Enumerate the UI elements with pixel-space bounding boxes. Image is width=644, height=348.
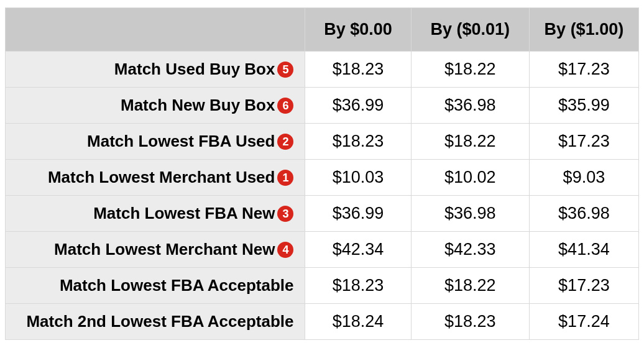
price-cell: $17.23 — [529, 52, 638, 88]
price-cell: $18.22 — [411, 52, 529, 88]
row-label-text: Match Lowest Merchant New — [54, 240, 275, 259]
table-row: Match Lowest Merchant Used 1 $10.03 $10.… — [6, 160, 639, 196]
pricing-match-table: By $0.00 By ($0.01) By ($1.00) Match Use… — [5, 7, 639, 340]
row-label: Match Lowest FBA Used 2 — [6, 124, 305, 160]
header-col-3: By ($1.00) — [529, 8, 638, 52]
number-badge-icon: 1 — [277, 170, 293, 186]
row-label-text: Match 2nd Lowest FBA Acceptable — [26, 312, 293, 331]
price-cell: $18.23 — [411, 304, 529, 340]
price-cell: $18.23 — [305, 124, 411, 160]
row-label: Match Lowest Merchant New 4 — [6, 232, 305, 268]
table-row: Match Lowest FBA Used 2 $18.23 $18.22 $1… — [6, 124, 639, 160]
row-label-text: Match Lowest FBA New — [93, 204, 275, 223]
price-cell: $42.33 — [411, 232, 529, 268]
row-label-text: Match Lowest FBA Acceptable — [60, 276, 294, 295]
price-cell: $36.98 — [529, 196, 638, 232]
table-row: Match Lowest FBA New 3 $36.99 $36.98 $36… — [6, 196, 639, 232]
price-cell: $18.22 — [411, 124, 529, 160]
price-cell: $10.03 — [305, 160, 411, 196]
number-badge-icon: 5 — [277, 62, 293, 78]
number-badge-icon: 4 — [277, 242, 293, 258]
row-label: Match 2nd Lowest FBA Acceptable — [6, 304, 305, 340]
table-row: Match Used Buy Box 5 $18.23 $18.22 $17.2… — [6, 52, 639, 88]
price-cell: $42.34 — [305, 232, 411, 268]
row-label: Match Used Buy Box 5 — [6, 52, 305, 88]
price-cell: $35.99 — [529, 88, 638, 124]
price-cell: $9.03 — [529, 160, 638, 196]
row-label: Match New Buy Box 6 — [6, 88, 305, 124]
header-col-2: By ($0.01) — [411, 8, 529, 52]
price-cell: $17.23 — [529, 124, 638, 160]
table-row: Match New Buy Box 6 $36.99 $36.98 $35.99 — [6, 88, 639, 124]
price-cell: $36.98 — [411, 88, 529, 124]
header-col-1: By $0.00 — [305, 8, 411, 52]
price-cell: $36.98 — [411, 196, 529, 232]
price-cell: $18.24 — [305, 304, 411, 340]
price-cell: $36.99 — [305, 88, 411, 124]
table-header-row: By $0.00 By ($0.01) By ($1.00) — [6, 8, 639, 52]
price-cell: $10.02 — [411, 160, 529, 196]
table-row: Match Lowest FBA Acceptable $18.23 $18.2… — [6, 268, 639, 304]
number-badge-icon: 3 — [277, 206, 293, 222]
row-label: Match Lowest FBA New 3 — [6, 196, 305, 232]
price-cell: $18.22 — [411, 268, 529, 304]
row-label: Match Lowest Merchant Used 1 — [6, 160, 305, 196]
row-label-text: Match Used Buy Box — [114, 60, 275, 79]
row-label-text: Match Lowest FBA Used — [87, 132, 275, 151]
price-cell: $18.23 — [305, 268, 411, 304]
price-cell: $18.23 — [305, 52, 411, 88]
price-cell: $17.23 — [529, 268, 638, 304]
row-label-text: Match Lowest Merchant Used — [48, 168, 275, 187]
header-blank — [6, 8, 305, 52]
price-cell: $41.34 — [529, 232, 638, 268]
number-badge-icon: 2 — [277, 134, 293, 150]
price-cell: $17.24 — [529, 304, 638, 340]
row-label: Match Lowest FBA Acceptable — [6, 268, 305, 304]
price-cell: $36.99 — [305, 196, 411, 232]
number-badge-icon: 6 — [277, 98, 293, 114]
table-row: Match Lowest Merchant New 4 $42.34 $42.3… — [6, 232, 639, 268]
table-row: Match 2nd Lowest FBA Acceptable $18.24 $… — [6, 304, 639, 340]
row-label-text: Match New Buy Box — [121, 96, 275, 115]
